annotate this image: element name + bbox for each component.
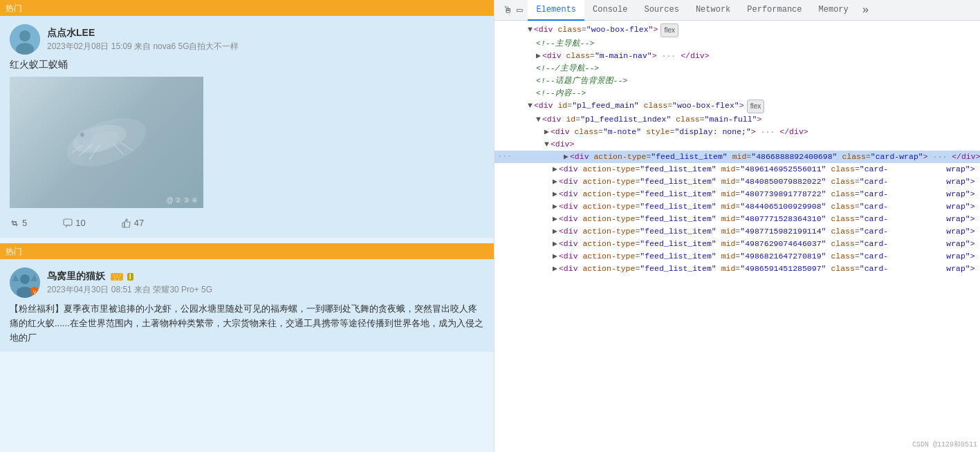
flex-badge-2: flex	[747, 100, 765, 113]
hot-bar-1: 热门	[0, 0, 494, 16]
device-icon[interactable]: ▭	[517, 4, 522, 16]
tab-performance[interactable]: Performance	[739, 0, 810, 21]
username-1: 点点水LEE	[47, 27, 484, 39]
xml-line-4: <!--/主导航-->	[494, 62, 980, 75]
crown-badge: 👑	[111, 273, 123, 281]
post-card-2: V 鸟窝里的猫妖 👑 I 2023年04月30日 08:51 来自 荣耀30 P…	[0, 259, 494, 352]
xml-line-20[interactable]: ▶ <div action-type="feed_list_item" mid=…	[494, 263, 980, 275]
toggle-selected[interactable]: ▶	[564, 151, 568, 163]
xml-line-6: <!--内容-->	[494, 87, 980, 100]
hot-label-2: 热门	[6, 247, 22, 256]
toggle-18[interactable]: ▶	[553, 238, 557, 250]
toggle-14[interactable]: ▶	[553, 188, 557, 200]
tab-memory[interactable]: Memory	[811, 0, 857, 21]
toggle-10[interactable]: ▼	[544, 138, 549, 151]
xml-line-3[interactable]: ▶ <div class="m-main-nav"> ··· </div>	[494, 50, 980, 62]
post-meta-2: 鸟窝里的猫妖 👑 I 2023年04月30日 08:51 来自 荣耀30 Pro…	[47, 270, 484, 296]
toggle-7[interactable]: ▼	[528, 100, 533, 112]
devtools-elements-panel: ▼ <div class="woo-box-flex"> flex <!--主导…	[494, 21, 980, 452]
post-meta-1: 点点水LEE 2023年02月08日 15:09 来自 nova6 5G自拍大不…	[47, 27, 484, 53]
post-title-1: 红火蚁工蚁蛹	[10, 59, 484, 71]
svg-point-11	[76, 129, 93, 145]
tab-console[interactable]: Console	[584, 0, 636, 21]
post-image-inner	[10, 77, 203, 208]
xml-line-17[interactable]: ▶ <div action-type="feed_list_item" mid=…	[494, 225, 980, 238]
toggle-20[interactable]: ▶	[553, 263, 557, 275]
xml-line-13[interactable]: ▶ <div action-type="feed_list_item" mid=…	[494, 176, 980, 188]
toggle-1[interactable]: ▼	[528, 23, 533, 36]
toggle-16[interactable]: ▶	[553, 213, 557, 225]
toggle-8[interactable]: ▼	[536, 113, 541, 126]
xml-line-16[interactable]: ▶ <div action-type="feed_list_item" mid=…	[494, 213, 980, 225]
toggle-12[interactable]: ▶	[553, 163, 557, 176]
csdn-watermark: CSDN @1129和0511	[912, 440, 977, 449]
gutter-dots: ···	[494, 151, 514, 163]
flex-badge: flex	[660, 23, 678, 37]
comment-icon	[63, 218, 73, 228]
xml-line-1[interactable]: ▼ <div class="woo-box-flex"> flex	[494, 23, 980, 37]
toggle-19[interactable]: ▶	[553, 250, 557, 263]
devtools-tabs-bar: 🖱 ▭ Elements Console Sources Network Per…	[494, 0, 980, 21]
post-header-1: 点点水LEE 2023年02月08日 15:09 来自 nova6 5G自拍大不…	[10, 24, 484, 55]
post-content-2: 【粉丝福利】夏季夜市里被追捧的小龙虾，公园水塘里随处可见的福寿螺，一到哪到处飞舞…	[10, 302, 484, 345]
post-date-2: 2023年04月30日 08:51 来自 荣耀30 Pro+ 5G	[47, 284, 484, 296]
toggle-3[interactable]: ▶	[536, 50, 541, 62]
devtools-panel: 🖱 ▭ Elements Console Sources Network Per…	[494, 0, 980, 452]
xml-line-5: <!--话题广告背景图-->	[494, 75, 980, 87]
tab-sources[interactable]: Sources	[636, 0, 687, 21]
username-2: 鸟窝里的猫妖 👑 I	[47, 270, 484, 283]
post-actions-1: 5 10 47	[10, 215, 484, 231]
xml-line-10[interactable]: ▼ <div>	[494, 138, 980, 151]
hot-label-1: 热门	[6, 3, 22, 13]
hot-bar-2: 热门	[0, 243, 494, 259]
post-date-1: 2023年02月08日 15:09 来自 nova6 5G自拍大不一样	[47, 41, 484, 53]
xml-line-15[interactable]: ▶ <div action-type="feed_list_item" mid=…	[494, 200, 980, 213]
comment-count: 10	[75, 218, 85, 228]
toggle-13[interactable]: ▶	[553, 176, 557, 188]
devtools-icons: 🖱 ▭	[497, 4, 528, 16]
like-count: 47	[134, 218, 144, 228]
xml-line-8[interactable]: ▼ <div id="pl_feedlist_index" class="mai…	[494, 113, 980, 126]
comment-button[interactable]: 10	[63, 215, 93, 231]
svg-text:V: V	[33, 290, 37, 294]
svg-rect-13	[64, 219, 72, 225]
toggle-9[interactable]: ▶	[544, 126, 549, 138]
repost-button[interactable]: 5	[10, 215, 35, 231]
inspect-icon[interactable]: 🖱	[503, 5, 512, 16]
svg-point-1	[19, 30, 30, 41]
xml-line-2: <!--主导航-->	[494, 37, 980, 50]
post-card-1: 点点水LEE 2023年02月08日 15:09 来自 nova6 5G自拍大不…	[0, 16, 494, 238]
xml-line-18[interactable]: ▶ <div action-type="feed_list_item" mid=…	[494, 238, 980, 250]
toggle-17[interactable]: ▶	[553, 225, 557, 238]
tab-network[interactable]: Network	[687, 0, 739, 21]
xml-line-14[interactable]: ▶ <div action-type="feed_list_item" mid=…	[494, 188, 980, 200]
xml-line-19[interactable]: ▶ <div action-type="feed_list_item" mid=…	[494, 250, 980, 263]
xml-line-9[interactable]: ▶ <div class="m-note" style="display: no…	[494, 126, 980, 138]
repost-count: 5	[22, 218, 27, 228]
svg-rect-14	[122, 223, 124, 227]
repost-icon	[10, 218, 19, 228]
watermark: @ ② ③ ④	[167, 196, 198, 204]
tab-elements[interactable]: Elements	[528, 0, 584, 21]
avatar-1	[10, 24, 40, 55]
xml-line-7[interactable]: ▼ <div id="pl_feed_main" class="woo-box-…	[494, 100, 980, 113]
xml-line-selected[interactable]: ··· ▶ <div action-type="feed_list_item" …	[494, 151, 980, 163]
toggle-15[interactable]: ▶	[553, 200, 557, 213]
post-header-2: V 鸟窝里的猫妖 👑 I 2023年04月30日 08:51 来自 荣耀30 P…	[10, 267, 484, 298]
like-icon	[122, 218, 131, 228]
like-button[interactable]: 47	[122, 215, 152, 231]
feed-panel: 热门 点点水LEE 2023年02月08日 15:09 来自 nova6 5G自…	[0, 0, 494, 452]
svg-point-12	[80, 133, 84, 137]
more-tabs-button[interactable]: »	[857, 4, 875, 17]
post-image-1: @ ② ③ ④	[10, 77, 203, 208]
avatar-2: V	[10, 267, 40, 298]
svg-point-16	[20, 274, 30, 284]
xml-line-12[interactable]: ▶ <div action-type="feed_list_item" mid=…	[494, 163, 980, 176]
i-badge: I	[127, 273, 133, 281]
